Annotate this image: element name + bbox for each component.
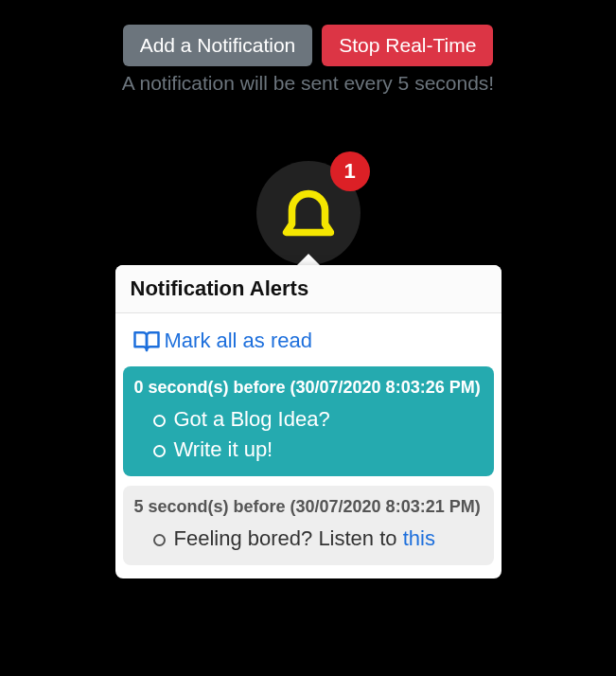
book-icon <box>132 329 161 353</box>
notification-badge: 1 <box>330 151 370 191</box>
mark-all-read-button[interactable]: Mark all as read <box>115 313 502 366</box>
panel-caret <box>297 254 320 265</box>
notification-card[interactable]: 0 second(s) before (30/07/2020 8:03:26 P… <box>123 366 494 476</box>
notification-line: Feeling bored? Listen to this <box>153 524 483 554</box>
notification-time: 0 second(s) before (30/07/2020 8:03:26 P… <box>134 376 483 399</box>
stop-realtime-button[interactable]: Stop Real-Time <box>322 25 493 66</box>
add-notification-button[interactable]: Add a Notification <box>123 25 313 66</box>
info-text: A notification will be sent every 5 seco… <box>122 72 494 95</box>
notification-line: Got a Blog Idea? <box>153 404 483 435</box>
notification-link[interactable]: this <box>403 526 435 550</box>
notification-line: Write it up! <box>153 435 483 465</box>
bell-icon <box>275 180 342 246</box>
notification-card[interactable]: 5 second(s) before (30/07/2020 8:03:21 P… <box>123 486 494 565</box>
notification-time: 5 second(s) before (30/07/2020 8:03:21 P… <box>134 495 483 518</box>
bell-wrap: 1 <box>256 161 361 265</box>
notification-panel: Notification Alerts Mark all as read 0 s… <box>115 265 502 578</box>
panel-title: Notification Alerts <box>115 265 502 313</box>
action-buttons: Add a Notification Stop Real-Time <box>123 25 494 66</box>
mark-all-read-label: Mark all as read <box>165 329 313 353</box>
